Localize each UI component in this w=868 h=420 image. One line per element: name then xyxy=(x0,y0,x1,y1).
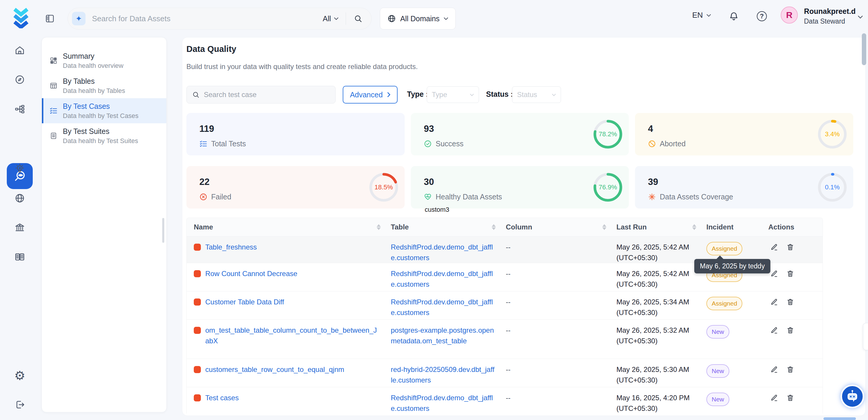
incident-badge[interactable]: Assigned xyxy=(706,242,742,256)
table-link[interactable]: red-hybrid-20250509.dev.dbt_jaffle.custo… xyxy=(391,365,494,384)
sidebar-item-settings[interactable]: ⚙ xyxy=(14,369,25,382)
ring-percent: 0.1% xyxy=(818,173,847,202)
sort-icon[interactable] xyxy=(377,224,381,230)
search-icon xyxy=(192,91,200,98)
sidebar-item-explore[interactable] xyxy=(14,74,25,85)
globe-icon xyxy=(14,193,25,204)
cell-actions xyxy=(761,320,823,359)
user-role: Data Steward xyxy=(804,18,856,25)
sidebar-item-domains[interactable] xyxy=(14,193,25,204)
edge-handle[interactable] xyxy=(863,323,868,350)
chevron-down-icon[interactable] xyxy=(858,16,863,19)
sidebar-item-home[interactable] xyxy=(14,45,25,56)
stats-cards: 119 Total Tests 93 Success 78.2% 4 Abort… xyxy=(186,113,853,209)
sort-icon[interactable] xyxy=(692,224,696,230)
sidebar-item-govern[interactable] xyxy=(14,222,25,233)
sparkle-icon[interactable]: ✦ xyxy=(72,12,86,25)
test-case-link[interactable]: Table_freshness xyxy=(205,242,257,252)
stat-label: Data Assets Coverage xyxy=(660,192,733,201)
stat-label: Healthy Data Assets xyxy=(436,192,502,201)
avatar[interactable]: R xyxy=(781,6,798,24)
delete-icon[interactable] xyxy=(786,394,794,414)
ring-percent: 3.4% xyxy=(818,120,847,149)
incident-badge[interactable]: Assigned xyxy=(706,297,742,310)
sidebar-item-logout[interactable] xyxy=(14,399,25,410)
edit-icon[interactable] xyxy=(770,243,778,263)
nav-item-by-test-cases[interactable]: By Test Cases Data health by Test Cases xyxy=(42,98,166,123)
cell-name: customers_table_row_count_to_equal_qjnm xyxy=(187,359,384,387)
column-header-last-run[interactable]: Last Run xyxy=(609,223,699,231)
table-link[interactable]: postgres-example.postgres.openmetadata.o… xyxy=(391,326,494,345)
table-icon xyxy=(50,82,58,90)
delete-icon[interactable] xyxy=(786,326,794,359)
sidebar-item-lineage[interactable] xyxy=(14,104,25,115)
test-case-search-input[interactable]: Search test case xyxy=(186,86,336,103)
global-search[interactable]: ✦ Search for Data Assets All xyxy=(67,8,372,30)
notifications-bell-icon[interactable] xyxy=(728,11,739,22)
nav-item-by-test-suites[interactable]: By Test Suites Data health by Test Suite… xyxy=(42,123,166,148)
nav-item-subtitle: Data health by Tables xyxy=(63,87,125,95)
test-case-link[interactable]: customers_table_row_count_to_equal_qjnm xyxy=(205,364,344,375)
language-dropdown[interactable]: EN xyxy=(692,11,711,20)
search-scope-dropdown[interactable]: All xyxy=(323,14,339,23)
horizontal-scrollbar-thumb[interactable] xyxy=(824,417,856,420)
global-search-placeholder[interactable]: Search for Data Assets xyxy=(92,14,323,23)
edit-icon[interactable] xyxy=(770,394,778,414)
column-header-name[interactable]: Name xyxy=(187,223,384,231)
compass-icon xyxy=(14,74,25,85)
sort-icon[interactable] xyxy=(602,224,607,230)
progress-ring: 78.2% xyxy=(593,120,622,149)
edit-icon[interactable] xyxy=(770,326,778,359)
test-case-link[interactable]: Row Count Cannot Decrease xyxy=(205,268,297,279)
edit-icon[interactable] xyxy=(770,365,778,387)
cell-column: -- xyxy=(499,359,609,387)
sidebar-item-insights[interactable] xyxy=(14,163,25,174)
user-menu[interactable]: Rounakpreet.d Data Steward xyxy=(804,7,856,25)
column-header-table[interactable]: Table xyxy=(384,223,499,231)
cell-last-run: May 26, 2025, 5:32 AM(UTC+05:30) xyxy=(609,320,699,359)
nav-item-by-tables[interactable]: By Tables Data health by Tables xyxy=(42,73,166,98)
status-square-icon xyxy=(194,327,201,334)
checklist-icon xyxy=(199,140,207,148)
nav-scrollbar-thumb[interactable] xyxy=(162,218,164,243)
openmetadata-logo[interactable] xyxy=(11,8,31,28)
table-link[interactable]: RedshiftProd.dev.demo_dbt_jaffle.custome… xyxy=(391,270,493,288)
help-icon[interactable]: ? xyxy=(757,11,767,21)
edit-icon[interactable] xyxy=(770,298,778,320)
delete-icon[interactable] xyxy=(786,365,794,387)
delete-icon[interactable] xyxy=(786,243,794,263)
edit-icon[interactable] xyxy=(770,270,778,291)
table-link[interactable]: RedshiftProd.dev.demo_dbt_jaffle.custome… xyxy=(391,394,493,412)
sidebar-toggle-icon[interactable] xyxy=(45,13,55,24)
delete-icon[interactable] xyxy=(786,270,794,291)
status-filter-select[interactable]: Status xyxy=(512,86,561,103)
cell-column: -- xyxy=(499,291,609,320)
sort-icon[interactable] xyxy=(492,224,496,230)
column-header-column[interactable]: Column xyxy=(499,223,609,231)
chat-bot-button[interactable] xyxy=(841,385,864,408)
test-case-link[interactable]: Test cases xyxy=(205,393,239,403)
search-icon[interactable] xyxy=(353,14,363,23)
domains-dropdown[interactable]: All Domains xyxy=(380,8,456,30)
table-link[interactable]: RedshiftProd.dev.demo_dbt_jaffle.custome… xyxy=(391,243,493,262)
incident-badge[interactable]: New xyxy=(706,393,730,406)
cell-table: red-hybrid-20250509.dev.dbt_jaffle.custo… xyxy=(384,359,499,387)
delete-icon[interactable] xyxy=(786,298,794,320)
cell-table: RedshiftProd.dev.demo_dbt_jaffle.custome… xyxy=(384,237,499,263)
advanced-filter-button[interactable]: Advanced xyxy=(343,86,398,103)
sidebar-item-glossary[interactable] xyxy=(14,251,25,262)
status-square-icon xyxy=(194,270,201,277)
incident-badge[interactable]: New xyxy=(706,364,730,378)
vertical-scrollbar-thumb[interactable] xyxy=(862,33,866,65)
table-link[interactable]: RedshiftProd.dev.demo_dbt_jaffle.custome… xyxy=(391,298,493,317)
nav-item-summary[interactable]: Summary Data health overview xyxy=(42,48,166,73)
cell-table: postgres-example.postgres.openmetadata.o… xyxy=(384,320,499,359)
test-case-link[interactable]: Customer Table Data Diff xyxy=(205,297,284,307)
type-filter-select[interactable]: Type xyxy=(427,86,479,103)
test-case-link[interactable]: om_test_table_table_column_count_to_be_b… xyxy=(205,325,380,346)
cell-last-run: May 26, 2025, 5:30 AM(UTC+05:30) xyxy=(609,359,699,387)
incident-tooltip: May 6, 2025 by teddy xyxy=(694,259,770,273)
doc-icon xyxy=(50,132,58,140)
incident-badge[interactable]: New xyxy=(706,325,730,338)
robot-icon xyxy=(845,389,860,404)
